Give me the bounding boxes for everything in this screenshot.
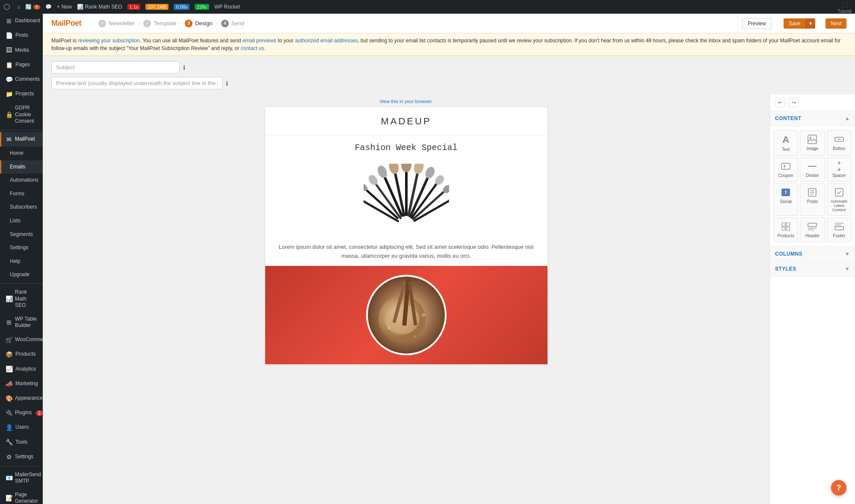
admin-bar: ⬡ ⌂ 🔄 6 💬 + New 📊 Rank Math SEO 1.1s 107… bbox=[0, 0, 855, 14]
update-count: 6 bbox=[33, 5, 40, 9]
svg-point-39 bbox=[784, 165, 785, 167]
email-body-text: Lorem ipsum dolor sit amet, consectetur … bbox=[265, 238, 547, 266]
sidebar-item-emails[interactable]: Emails bbox=[0, 160, 43, 174]
contact-us-link[interactable]: contact us bbox=[241, 45, 264, 51]
view-browser-link[interactable]: View this in your browser. bbox=[51, 99, 761, 104]
appearance-icon: 🎨 bbox=[6, 395, 12, 402]
authorized-emails-link[interactable]: authorized email addresses bbox=[295, 38, 358, 44]
text-item-label: Text bbox=[782, 147, 790, 152]
content-item-footer[interactable]: Footer bbox=[827, 218, 852, 242]
sidebar-item-plugins[interactable]: 🔌 Plugins 2 bbox=[0, 406, 43, 420]
sidebar-item-marketing[interactable]: 📣 Marketing bbox=[0, 377, 43, 391]
footer-item-label: Footer bbox=[833, 233, 845, 238]
wprocket-link[interactable]: WP Rocket bbox=[214, 4, 240, 10]
sidebar-item-analytics[interactable]: 📈 Analytics bbox=[0, 362, 43, 376]
content-item-button[interactable]: Button bbox=[827, 130, 852, 156]
content-item-social[interactable]: f Social bbox=[773, 183, 798, 216]
sidebar-item-appearance[interactable]: 🎨 Appearance bbox=[0, 391, 43, 406]
automatic-content-icon bbox=[834, 187, 844, 197]
content-item-coupon[interactable]: Coupon bbox=[773, 157, 798, 182]
redo-button[interactable]: ↪ bbox=[789, 98, 799, 107]
step-label-design: Design bbox=[195, 20, 212, 27]
svg-rect-53 bbox=[786, 227, 790, 230]
save-dropdown-button[interactable]: ▾ bbox=[805, 18, 815, 29]
wp-logo[interactable]: ⬡ bbox=[3, 2, 10, 12]
styles-section-header[interactable]: STYLES ▼ bbox=[770, 262, 855, 277]
preview-help-icon[interactable]: ℹ bbox=[226, 80, 228, 87]
sidebar-item-comments[interactable]: 💬 Comments bbox=[0, 72, 43, 87]
content-section-title: CONTENT bbox=[775, 115, 802, 121]
reviewing-link[interactable]: reviewing your subscription bbox=[78, 38, 140, 44]
preview-button[interactable]: Preview bbox=[742, 18, 772, 29]
sidebar-item-projects[interactable]: 📁 Projects bbox=[0, 87, 43, 101]
sidebar-item-rankmath[interactable]: 📊 Rank Math SEO bbox=[0, 286, 43, 312]
sidebar-item-help[interactable]: Help bbox=[0, 255, 43, 268]
content-item-automatic[interactable]: Automatic Latest Content bbox=[827, 183, 852, 216]
sidebar-item-upgrade[interactable]: Upgrade bbox=[0, 268, 43, 282]
step-send[interactable]: 4 Send bbox=[221, 20, 244, 27]
header-content-icon bbox=[807, 221, 817, 232]
next-button[interactable]: Next bbox=[825, 18, 846, 29]
sidebar-item-automations[interactable]: Automations bbox=[0, 174, 43, 187]
sidebar-item-settings2[interactable]: ⚙ Settings bbox=[0, 450, 43, 464]
content-section-arrow: ▲ bbox=[845, 115, 850, 121]
sidebar-item-subscribers[interactable]: Subscribers bbox=[0, 200, 43, 214]
home-link[interactable]: ⌂ bbox=[17, 4, 20, 10]
sidebar-item-pagegen[interactable]: 📝 Page Generator bbox=[0, 488, 43, 504]
sidebar-item-home[interactable]: Home bbox=[0, 147, 43, 160]
wizard-steps: ✓ Newsletter › ✓ Template › 3 Design › 4… bbox=[98, 20, 244, 27]
content-item-spacer[interactable]: Spacer bbox=[827, 157, 852, 182]
subject-input[interactable] bbox=[51, 61, 180, 74]
sidebar-item-forms[interactable]: Forms bbox=[0, 187, 43, 201]
sidebar-item-woocommerce[interactable]: 🛒 WooCommerce bbox=[0, 333, 43, 347]
sidebar-item-gdpr[interactable]: 🔒 GDPR Cookie Consent bbox=[0, 101, 43, 128]
sidebar-item-lists[interactable]: Lists bbox=[0, 214, 43, 228]
updates-link[interactable]: 🔄 6 bbox=[25, 4, 40, 10]
content-section-header[interactable]: CONTENT ▲ bbox=[770, 111, 855, 126]
perf-badge-query: 0.08s bbox=[174, 4, 189, 10]
sidebar-item-dashboard[interactable]: ⊞ Dashboard bbox=[0, 14, 43, 28]
sidebar: ⊞ Dashboard 📄 Posts 🖼 Media 📋 Pages 💬 Co… bbox=[0, 14, 43, 504]
svg-rect-33 bbox=[808, 135, 817, 144]
step-label-send: Send bbox=[231, 20, 244, 27]
mailersend-icon: 📧 bbox=[6, 474, 12, 482]
sidebar-item-wptable[interactable]: ⊞ WP Table Builder bbox=[0, 312, 43, 333]
email-previews-link[interactable]: email previews bbox=[243, 38, 276, 44]
content-item-image[interactable]: Image bbox=[800, 130, 825, 156]
content-item-posts[interactable]: Posts bbox=[800, 183, 825, 216]
content-item-products[interactable]: Products bbox=[773, 218, 798, 242]
users-icon: 👤 bbox=[6, 424, 13, 431]
rankmath-link[interactable]: 📊 Rank Math SEO bbox=[77, 4, 122, 10]
content-item-text[interactable]: A Text bbox=[773, 130, 798, 156]
step-template[interactable]: ✓ Template bbox=[143, 20, 176, 27]
perf-badge-time: 1.1s bbox=[127, 4, 141, 10]
undo-button[interactable]: ↩ bbox=[775, 98, 785, 107]
save-button[interactable]: Save bbox=[784, 18, 805, 29]
sidebar-item-mailersend[interactable]: 📧 MailerSend SMTP bbox=[0, 468, 43, 488]
sidebar-item-users[interactable]: 👤 Users bbox=[0, 420, 43, 435]
step-design[interactable]: 3 Design bbox=[185, 20, 212, 27]
tutorial-button[interactable]: ⬚ Tutorial bbox=[837, 0, 852, 14]
subject-help-icon[interactable]: ℹ bbox=[183, 64, 185, 71]
new-link[interactable]: + New bbox=[57, 4, 72, 10]
columns-section-header[interactable]: COLUMNS ▼ bbox=[770, 247, 855, 262]
sidebar-item-posts[interactable]: 📄 Posts bbox=[0, 28, 43, 43]
help-button[interactable]: ? bbox=[831, 480, 846, 495]
sidebar-item-media[interactable]: 🖼 Media bbox=[0, 43, 43, 57]
step-arrow-1: › bbox=[138, 21, 140, 27]
step-dot-design: 3 bbox=[185, 20, 192, 27]
red-background bbox=[265, 266, 547, 364]
woocommerce-icon: 🛒 bbox=[6, 336, 12, 344]
content-item-header[interactable]: Header bbox=[800, 218, 825, 242]
sidebar-item-products[interactable]: 📦 Products bbox=[0, 347, 43, 362]
step-newsletter[interactable]: ✓ Newsletter bbox=[98, 20, 135, 27]
styles-section-title: STYLES bbox=[775, 266, 796, 272]
sidebar-item-segments[interactable]: Segments bbox=[0, 228, 43, 242]
sidebar-item-settings[interactable]: Settings bbox=[0, 241, 43, 255]
sidebar-item-mailpoet[interactable]: ✉ MailPoet bbox=[0, 132, 43, 147]
sidebar-item-pages[interactable]: 📋 Pages bbox=[0, 58, 43, 72]
sidebar-item-tools[interactable]: 🔧 Tools bbox=[0, 435, 43, 449]
content-item-divider[interactable]: Divider bbox=[800, 157, 825, 182]
comments-link[interactable]: 💬 bbox=[45, 4, 52, 10]
preview-text-input[interactable] bbox=[51, 77, 222, 89]
